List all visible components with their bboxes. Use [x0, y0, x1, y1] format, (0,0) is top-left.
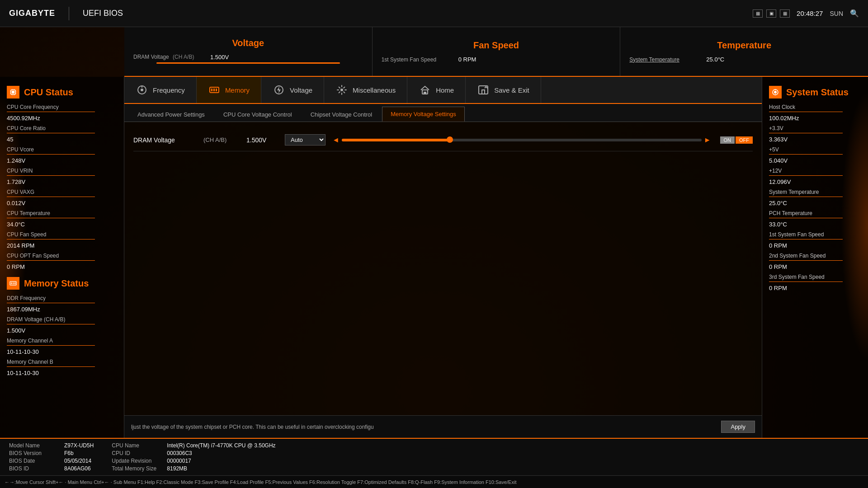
sys-info-item: BIOS Date05/05/2014: [9, 458, 94, 464]
voltage-mode-dropdown[interactable]: Auto Manual: [285, 134, 326, 145]
memory-item-label: Memory Channel B: [7, 359, 117, 365]
svg-rect-25: [424, 92, 426, 94]
svg-rect-1: [12, 91, 14, 94]
memory-item-value: 1867.09MHz: [7, 306, 117, 313]
tab-voltage[interactable]: Voltage: [261, 77, 324, 103]
description-text: ljust the voltage of the system chipset …: [131, 424, 721, 430]
status-underline: [7, 324, 95, 324]
cpu-status-item: CPU OPT Fan Speed 0 RPM: [7, 253, 117, 270]
system-status-item: 2nd System Fan Speed 0 RPM: [769, 253, 861, 270]
sys-info-value: 000306C3: [167, 450, 192, 456]
fan1-value: 0 RPM: [458, 56, 476, 63]
tab-home[interactable]: Home: [407, 77, 466, 103]
status-underline: [7, 303, 95, 303]
status-underline: [769, 260, 843, 261]
status-underline: [769, 154, 843, 155]
sys-info-label: BIOS Version: [9, 450, 59, 456]
sub-tab-cpu-core-voltage[interactable]: CPU Core Voltage Control: [215, 107, 301, 122]
svg-rect-18: [211, 89, 212, 91]
sys-info-value: Intel(R) Core(TM) i7-4770K CPU @ 3.50GHz: [167, 442, 275, 449]
toggle-off-button[interactable]: OFF: [736, 136, 753, 144]
dram-voltage-bar: [156, 62, 340, 64]
tab-save-exit-label: Save & Exit: [494, 86, 529, 94]
hotkeys-bar: ←→:Move Cursor Shift+← · Main Menu Ctrl+…: [0, 475, 868, 488]
fan-speed-monitor: Fan Speed 1st System Fan Speed 0 RPM: [373, 27, 621, 76]
sys-info-item: CPU NameIntel(R) Core(TM) i7-4770K CPU @…: [112, 442, 275, 449]
header-divider: [69, 7, 69, 20]
svg-rect-13: [14, 282, 15, 284]
voltage-monitor: Voltage DRAM Voltage (CH A/B) 1.500V: [124, 27, 373, 76]
sys-info-value: F6b: [64, 450, 74, 456]
memory-item-label: DDR Frequency: [7, 295, 117, 301]
sys-info-label: CPU Name: [112, 442, 161, 449]
memory-item-value: 1.500V: [7, 327, 117, 334]
memory-status-items: DDR Frequency 1867.09MHz DRAM Voltage (C…: [7, 295, 117, 376]
sys-info-value: 8192MB: [167, 465, 187, 472]
tab-save-exit[interactable]: Save & Exit: [466, 77, 541, 103]
dram-voltage-monitor-item: DRAM Voltage (CH A/B) 1.500V: [133, 54, 363, 61]
voltage-slider-thumb: [447, 136, 453, 143]
icon-box-2[interactable]: ▣: [766, 9, 776, 18]
memory-item-value: 10-11-10-30: [7, 348, 117, 355]
system-status-header: System Status: [769, 86, 861, 99]
toggle-on-button[interactable]: ON: [720, 136, 735, 144]
svg-point-28: [774, 91, 777, 94]
brand-area: GIGABYTE UEFI BIOS: [9, 7, 123, 20]
memory-icon: [208, 84, 221, 96]
icon-box-1[interactable]: ▦: [753, 9, 763, 18]
svg-rect-20: [216, 89, 217, 91]
voltage-slider-track[interactable]: [342, 139, 702, 141]
system-status-item: +5V 5.040V: [769, 146, 861, 164]
cpu-status-items: CPU Core Frequency 4500.92MHz CPU Core R…: [7, 104, 117, 270]
sys-item-label: PCH Temperature: [769, 210, 861, 216]
system-status-item: +12V 12.096V: [769, 168, 861, 185]
sys-item-value: 5.040V: [769, 157, 861, 164]
sys-item-label: Host Clock: [769, 104, 861, 110]
sys-item-value: 0 RPM: [769, 242, 861, 249]
home-icon: [419, 84, 431, 96]
cpu-status-header: CPU Status: [7, 86, 117, 99]
nav-tabs: Frequency Memory: [124, 77, 762, 104]
header-icons: ▦ ▣ ▦: [753, 9, 790, 18]
sys-item-value: 0 RPM: [769, 263, 861, 270]
slider-arrow-right[interactable]: ►: [704, 136, 711, 144]
tab-memory[interactable]: Memory: [197, 77, 261, 103]
sys-info-value: 00000017: [167, 458, 191, 464]
sub-tab-memory-voltage[interactable]: Memory Voltage Settings: [382, 107, 465, 122]
cpu-item-label: CPU VAXG: [7, 189, 117, 195]
slider-arrow-left[interactable]: ◄: [332, 136, 340, 144]
cpu-item-value: 0 RPM: [7, 263, 117, 270]
cpu-item-value: 1.728V: [7, 178, 117, 185]
sys-info-label: Model Name: [9, 442, 59, 449]
sys-info-item: BIOS VersionF6b: [9, 450, 94, 456]
sys-item-value: 25.0°C: [769, 200, 861, 206]
memory-status-item: Memory Channel B 10-11-10-30: [7, 359, 117, 376]
apply-button[interactable]: Apply: [721, 421, 755, 433]
dram-voltage-label: DRAM Voltage: [133, 136, 197, 144]
cpu-item-label: CPU Core Frequency: [7, 104, 117, 110]
sys-info-value: Z97X-UD5H: [64, 442, 94, 449]
sub-tab-chipset-voltage[interactable]: Chipset Voltage Control: [302, 107, 381, 122]
search-icon[interactable]: 🔍: [850, 9, 859, 18]
status-underline: [769, 197, 843, 197]
sys-info-right: CPU NameIntel(R) Core(TM) i7-4770K CPU @…: [112, 442, 275, 472]
sub-tab-advanced-power[interactable]: Advanced Power Settings: [129, 107, 213, 122]
tab-miscellaneous[interactable]: Miscellaneous: [324, 77, 407, 103]
dram-voltage-monitor-value: 1.500V: [210, 54, 229, 61]
sys-info-label: CPU ID: [112, 450, 161, 456]
system-info-bar: Model NameZ97X-UD5HBIOS VersionF6bBIOS D…: [0, 438, 868, 475]
temperature-monitor: Temperature System Temperature 25.0°C: [620, 27, 868, 76]
cpu-status-item: CPU Core Frequency 4500.92MHz: [7, 104, 117, 122]
status-underline: [7, 112, 95, 112]
icon-box-3[interactable]: ▦: [780, 9, 790, 18]
sys-info-value: 8A06AG06: [64, 465, 91, 472]
cpu-item-label: CPU OPT Fan Speed: [7, 253, 117, 259]
sys-item-label: +3.3V: [769, 125, 861, 131]
cpu-item-label: CPU Core Ratio: [7, 125, 117, 131]
tab-frequency[interactable]: Frequency: [124, 77, 197, 103]
system-status-items: Host Clock 100.02MHz +3.3V 3.363V +5V 5.…: [769, 104, 861, 291]
header: GIGABYTE UEFI BIOS ▦ ▣ ▦ 20:48:27 SUN 🔍: [0, 0, 868, 27]
system-status-item: +3.3V 3.363V: [769, 125, 861, 143]
status-underline: [7, 197, 95, 197]
memory-item-label: Memory Channel A: [7, 338, 117, 344]
